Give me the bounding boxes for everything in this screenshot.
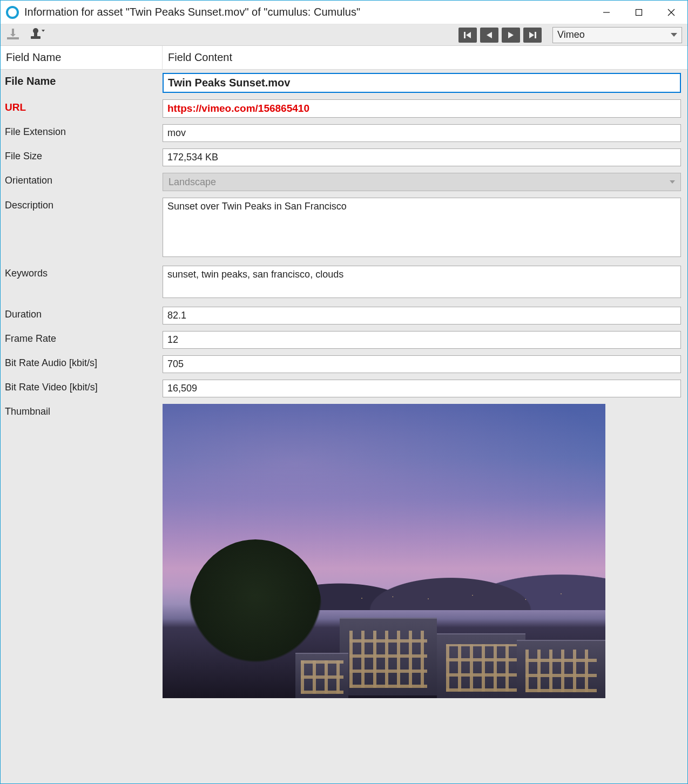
field-file-size: File Size xyxy=(1,145,687,170)
svg-rect-4 xyxy=(7,37,19,39)
svg-marker-15 xyxy=(529,32,534,38)
nav-last-button[interactable] xyxy=(523,28,542,43)
nav-last-icon xyxy=(528,31,537,39)
chevron-down-icon xyxy=(671,33,677,37)
svg-rect-9 xyxy=(31,36,41,39)
field-url: URL xyxy=(1,96,687,121)
window-title: Information for asset "Twin Peaks Sunset… xyxy=(24,6,590,18)
column-headers: Field Name Field Content xyxy=(1,46,687,70)
field-duration: Duration xyxy=(1,303,687,328)
close-icon xyxy=(667,9,675,16)
label-frame-rate: Frame Rate xyxy=(1,328,163,350)
field-bit-rate-audio: Bit Rate Audio [kbit/s] xyxy=(1,352,687,376)
select-orientation-value: Landscape xyxy=(168,177,216,188)
label-description: Description xyxy=(1,194,163,217)
label-bit-rate-video: Bit Rate Video [kbit/s] xyxy=(1,376,163,398)
field-file-name: File Name xyxy=(1,70,687,96)
svg-rect-11 xyxy=(464,32,466,38)
nav-first-icon xyxy=(463,31,472,39)
nav-first-button[interactable] xyxy=(458,28,477,43)
label-file-name: File Name xyxy=(1,70,163,93)
body: File Name URL File Extension File Size O xyxy=(1,70,687,783)
label-file-extension: File Extension xyxy=(1,121,163,143)
input-url[interactable] xyxy=(163,99,681,118)
field-thumbnail: Thumbnail xyxy=(1,401,687,706)
app-icon xyxy=(6,6,19,19)
minimize-button[interactable] xyxy=(590,1,623,24)
field-bit-rate-video: Bit Rate Video [kbit/s] xyxy=(1,376,687,401)
svg-marker-12 xyxy=(466,32,471,38)
scroll-pane[interactable]: File Name URL File Extension File Size O xyxy=(1,70,687,783)
svg-marker-14 xyxy=(508,32,514,38)
input-file-size[interactable] xyxy=(163,148,681,166)
stamp-icon[interactable] xyxy=(30,28,46,43)
input-frame-rate[interactable] xyxy=(163,331,681,349)
label-thumbnail: Thumbnail xyxy=(1,401,163,423)
svg-rect-6 xyxy=(12,29,14,34)
field-keywords: Keywords xyxy=(1,262,687,303)
nav-group xyxy=(458,28,542,43)
nav-prev-button[interactable] xyxy=(480,28,498,43)
window: Information for asset "Twin Peaks Sunset… xyxy=(0,0,688,784)
view-select[interactable]: Vimeo xyxy=(552,27,682,43)
svg-rect-16 xyxy=(535,32,536,38)
input-duration[interactable] xyxy=(163,307,681,325)
label-keywords: Keywords xyxy=(1,262,163,285)
field-description: Description xyxy=(1,194,687,262)
field-frame-rate: Frame Rate xyxy=(1,328,687,352)
svg-marker-13 xyxy=(487,32,492,38)
label-url: URL xyxy=(1,96,163,119)
titlebar: Information for asset "Twin Peaks Sunset… xyxy=(1,1,687,24)
thumbnail-image xyxy=(163,404,605,698)
header-field-content: Field Content xyxy=(163,46,687,69)
maximize-icon xyxy=(635,9,643,16)
input-bit-rate-audio[interactable] xyxy=(163,355,681,373)
svg-rect-1 xyxy=(636,9,642,15)
label-duration: Duration xyxy=(1,303,163,326)
header-field-name: Field Name xyxy=(1,46,163,69)
select-orientation[interactable]: Landscape xyxy=(163,173,681,191)
view-select-value: Vimeo xyxy=(557,29,585,40)
svg-marker-10 xyxy=(42,30,45,32)
close-button[interactable] xyxy=(655,1,687,24)
label-bit-rate-audio: Bit Rate Audio [kbit/s] xyxy=(1,352,163,374)
nav-next-icon xyxy=(507,31,515,39)
window-controls xyxy=(590,1,687,24)
field-file-extension: File Extension xyxy=(1,121,687,145)
field-orientation: Orientation Landscape xyxy=(1,170,687,194)
minimize-icon xyxy=(603,9,610,16)
maximize-button[interactable] xyxy=(623,1,655,24)
input-keywords[interactable] xyxy=(163,266,681,298)
nav-next-button[interactable] xyxy=(502,28,520,43)
toolbar: Vimeo xyxy=(1,24,687,46)
input-file-extension[interactable] xyxy=(163,124,681,142)
chevron-down-icon xyxy=(670,180,675,184)
input-file-name[interactable] xyxy=(163,73,681,93)
label-orientation: Orientation xyxy=(1,170,163,192)
input-bit-rate-video[interactable] xyxy=(163,380,681,397)
nav-prev-icon xyxy=(485,31,493,39)
download-icon[interactable] xyxy=(6,28,20,43)
label-file-size: File Size xyxy=(1,145,163,167)
svg-rect-8 xyxy=(34,32,37,36)
input-description[interactable] xyxy=(163,198,681,257)
